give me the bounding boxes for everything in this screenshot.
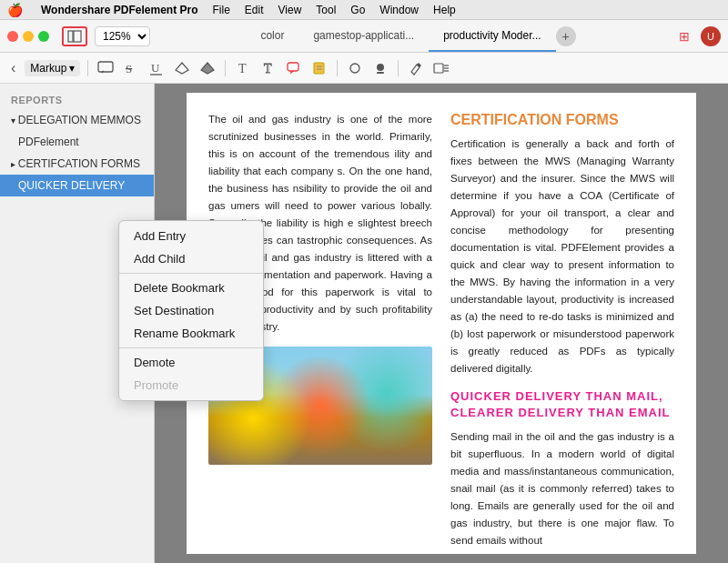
context-add-entry[interactable]: Add Entry <box>119 225 263 247</box>
app-name[interactable]: Wondershare PDFelement Pro <box>41 4 198 16</box>
minimize-window-button[interactable] <box>23 31 34 42</box>
context-demote[interactable]: Demote <box>119 351 263 374</box>
sidebar-item-quicker-delivery[interactable]: QUICKER DELIVERY <box>0 175 154 196</box>
separator-2 <box>225 60 226 76</box>
apple-menu[interactable]: 🍎 <box>7 3 23 17</box>
context-separator-2 <box>119 347 263 348</box>
tab-gamestop[interactable]: gamestop-applicati... <box>298 21 429 52</box>
svg-rect-16 <box>377 72 384 74</box>
pdf-quicker-delivery-heading: QUICKER DELIVERY THAN MAIL, CLEARER DELI… <box>450 388 674 421</box>
traffic-lights <box>7 31 49 42</box>
more-icon[interactable] <box>431 58 451 78</box>
strikethrough-icon[interactable]: S <box>121 58 141 78</box>
maximize-window-button[interactable] <box>38 31 49 42</box>
context-promote: Promote <box>119 374 263 397</box>
go-menu[interactable]: Go <box>350 4 365 16</box>
context-delete-bookmark[interactable]: Delete Bookmark <box>119 276 263 299</box>
zoom-selector[interactable]: 125% 100% 150% <box>95 26 150 46</box>
sidebar-group-certification[interactable]: CERTIFCATION FORMS <box>0 153 154 175</box>
pdf-certification-heading: CERTIFICATION FORMS <box>450 111 674 128</box>
text-icon[interactable]: T <box>233 58 253 78</box>
tab-grid-button[interactable]: ⊞ <box>679 29 690 44</box>
markup-bar: ‹ Markup ▾ S U T T <box>0 53 728 84</box>
context-menu: Add Entry Add Child Delete Bookmark Set … <box>118 220 264 401</box>
file-menu[interactable]: File <box>213 4 230 16</box>
sidebar-item-pdfelement[interactable]: PDFelement <box>0 131 154 153</box>
markup-dropdown[interactable]: Markup ▾ <box>25 60 80 76</box>
sidebar-section-reports: REPORTS <box>0 91 154 109</box>
edit-menu[interactable]: Edit <box>245 4 264 16</box>
close-window-button[interactable] <box>7 31 18 42</box>
context-set-destination[interactable]: Set Destination <box>119 299 263 322</box>
separator-3 <box>337 60 338 76</box>
user-avatar[interactable]: U <box>701 26 721 46</box>
highlight-icon[interactable] <box>172 58 192 78</box>
tab-bar: color gamestop-applicati... productivity… <box>157 21 664 52</box>
main-area: REPORTS DELEGATION MEMMOS PDFelement CER… <box>0 84 728 563</box>
svg-rect-11 <box>314 63 324 74</box>
tab-color[interactable]: color <box>246 21 298 52</box>
chevron-down-icon: ▾ <box>69 62 75 75</box>
pdf-right-column: CERTIFICATION FORMS Certification is gen… <box>450 111 674 549</box>
svg-text:T: T <box>238 62 247 75</box>
tab-productivity[interactable]: productivity Moder... <box>429 21 555 52</box>
menu-bar: 🍎 Wondershare PDFelement Pro File Edit V… <box>0 0 728 20</box>
pdf-columns: The oil and gas industry is one of the m… <box>208 111 674 549</box>
markup-label: Markup <box>30 62 66 75</box>
comment-icon[interactable] <box>96 58 116 78</box>
svg-marker-6 <box>176 63 188 74</box>
pdf-quicker-delivery-body: Sending mail in the oil and the gas indu… <box>450 428 674 549</box>
svg-point-15 <box>377 64 384 71</box>
svg-rect-1 <box>74 31 81 42</box>
svg-rect-10 <box>288 63 298 71</box>
help-menu[interactable]: Help <box>433 4 456 16</box>
new-tab-button[interactable]: + <box>556 26 576 46</box>
panel-toggle-button[interactable] <box>62 26 87 46</box>
svg-rect-2 <box>98 62 113 72</box>
nav-back-button[interactable]: ‹ <box>7 60 19 76</box>
svg-rect-17 <box>434 64 443 73</box>
stamp-icon[interactable] <box>370 58 390 78</box>
text-outline-icon[interactable]: T <box>258 58 278 78</box>
note-icon[interactable] <box>309 58 329 78</box>
context-rename-bookmark[interactable]: Rename Bookmark <box>119 322 263 345</box>
svg-rect-0 <box>68 31 73 42</box>
separator <box>87 60 88 76</box>
separator-4 <box>398 60 399 76</box>
erase-icon[interactable] <box>197 58 217 78</box>
toolbar: 125% 100% 150% color gamestop-applicati.… <box>0 20 728 53</box>
tool-menu[interactable]: Tool <box>316 4 336 16</box>
panel-icon <box>67 30 82 43</box>
callout-icon[interactable] <box>284 58 304 78</box>
pen-icon[interactable] <box>406 58 426 78</box>
svg-point-14 <box>350 64 359 73</box>
context-separator-1 <box>119 273 263 274</box>
view-menu[interactable]: View <box>278 4 302 16</box>
context-add-child[interactable]: Add Child <box>119 247 263 270</box>
svg-marker-7 <box>201 63 214 74</box>
sidebar: REPORTS DELEGATION MEMMOS PDFelement CER… <box>0 84 155 563</box>
svg-text:T: T <box>264 62 272 75</box>
circle-draw-icon[interactable] <box>345 58 365 78</box>
underline-icon[interactable]: U <box>147 58 167 78</box>
pdf-certification-body: Certification is generally a back and fo… <box>450 136 674 377</box>
svg-text:S: S <box>126 62 132 75</box>
svg-text:U: U <box>151 61 160 75</box>
window-menu[interactable]: Window <box>379 4 419 16</box>
sidebar-group-delegation[interactable]: DELEGATION MEMMOS <box>0 109 154 131</box>
